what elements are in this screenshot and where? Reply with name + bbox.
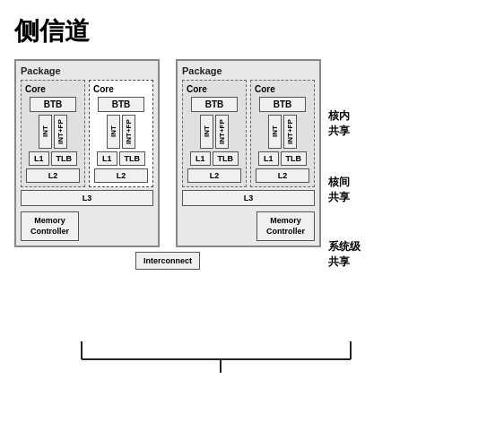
- left-core-2-tlb: TLB: [119, 151, 146, 166]
- right-core-1-tlb: TLB: [213, 151, 239, 166]
- core-shared-label-line1: 核内: [328, 108, 350, 124]
- right-package-label: Package: [182, 65, 315, 76]
- right-core-2-l1-tlb: L1 TLB: [258, 151, 307, 166]
- system-shared-label-line1: 系统级: [328, 239, 361, 254]
- left-mc-line1: Memory: [34, 216, 65, 225]
- system-shared-label-line2: 共享: [328, 254, 350, 270]
- core-shared-label-line2: 共享: [328, 124, 350, 139]
- left-core-2-intfp: INT+FP: [122, 115, 135, 149]
- right-core-1-l1: L1: [190, 151, 211, 166]
- right-core-1: Core BTB INT INT+FP L1 TLB L: [182, 80, 247, 187]
- right-core-1-intfp: INT+FP: [215, 115, 229, 149]
- right-mc-line1: Memory: [270, 216, 301, 225]
- right-core-1-l2: L2: [187, 168, 241, 183]
- diagram: Package Core BTB INT INT+FP: [14, 59, 490, 270]
- left-core-1-intfp: INT+FP: [54, 115, 67, 149]
- right-core-2-func-units: INT INT+FP: [268, 115, 297, 149]
- packages-row: Package Core BTB INT INT+FP: [14, 59, 321, 247]
- left-core-2: Core BTB INT INT+FP L1 TLB L: [89, 80, 153, 187]
- right-core-2-label: Core: [255, 84, 275, 94]
- left-core-2-l2: L2: [94, 168, 148, 183]
- right-core-2: Core BTB INT INT+FP L1 TLB L: [250, 80, 315, 187]
- left-package-label: Package: [21, 65, 153, 76]
- right-core-2-tlb: TLB: [281, 151, 308, 166]
- right-core-2-intfp: INT+FP: [283, 115, 297, 149]
- main-layout: Package Core BTB INT INT+FP: [14, 59, 321, 270]
- left-core-1-l1: L1: [29, 151, 49, 166]
- right-package: Package Core BTB INT INT+FP: [176, 59, 321, 247]
- left-mc-line2: Controller: [30, 227, 69, 236]
- inter-core-shared-label-line1: 核间: [328, 175, 350, 190]
- left-core-1-l1-tlb: L1 TLB: [29, 151, 77, 166]
- left-core-1-int: INT: [39, 115, 52, 149]
- right-core-1-func-units: INT INT+FP: [200, 115, 229, 149]
- right-core-2-int: INT: [268, 115, 282, 149]
- left-core-2-btb: BTB: [98, 97, 144, 112]
- left-core-1-label: Core: [25, 84, 46, 94]
- right-core-1-l1-tlb: L1 TLB: [190, 151, 239, 166]
- right-l3: L3: [182, 190, 315, 206]
- right-core-1-label: Core: [187, 84, 207, 94]
- page: 侧信道 Package: [0, 0, 504, 284]
- left-core-1-func-units: INT INT+FP: [39, 115, 67, 149]
- right-mc-line2: Controller: [266, 227, 305, 236]
- left-core-1: Core BTB INT INT+FP L1 TLB L: [21, 80, 85, 187]
- right-core-2-btb: BTB: [259, 97, 306, 112]
- inter-core-shared-label-line2: 共享: [328, 190, 350, 205]
- interconnect-box: Interconnect: [135, 252, 200, 270]
- right-mc: Memory Controller: [256, 211, 315, 241]
- left-core-2-func-units: INT INT+FP: [107, 115, 135, 149]
- left-mc: Memory Controller: [21, 211, 79, 241]
- left-package: Package Core BTB INT INT+FP: [14, 59, 160, 247]
- right-core-1-int: INT: [200, 115, 213, 149]
- left-core-2-l1: L1: [97, 151, 117, 166]
- left-core-2-l1-tlb: L1 TLB: [97, 151, 145, 166]
- left-l3: L3: [21, 190, 153, 206]
- left-core-1-l2: L2: [26, 168, 80, 183]
- right-labels: 核内 共享 核间 共享 系统级 共享: [321, 59, 361, 270]
- interconnect-row: Interconnect: [14, 252, 321, 270]
- right-core-1-btb: BTB: [191, 97, 238, 112]
- left-core-2-label: Core: [93, 84, 114, 94]
- left-cores-row: Core BTB INT INT+FP L1 TLB L: [21, 80, 153, 187]
- right-core-2-l2: L2: [256, 168, 309, 183]
- right-core-2-l1: L1: [258, 151, 279, 166]
- left-core-1-btb: BTB: [30, 97, 76, 112]
- page-title: 侧信道: [14, 14, 490, 48]
- right-cores-row: Core BTB INT INT+FP L1 TLB L: [182, 80, 315, 187]
- left-core-2-int: INT: [107, 115, 120, 149]
- left-core-1-tlb: TLB: [51, 151, 78, 166]
